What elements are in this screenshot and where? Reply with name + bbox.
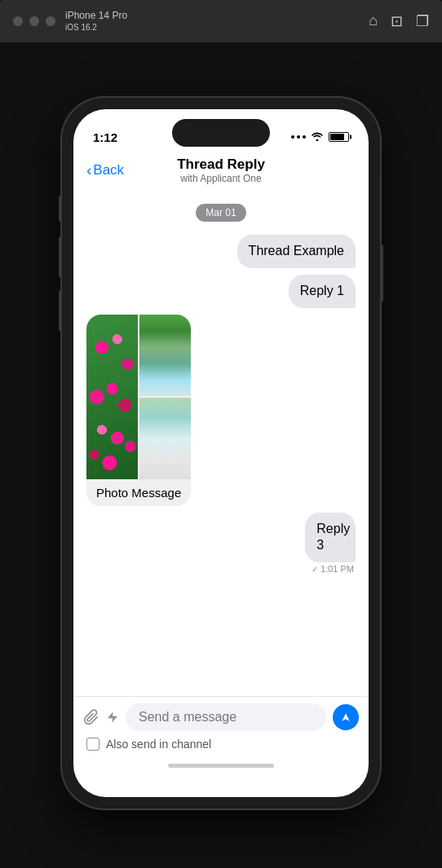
volume-down-button	[59, 290, 62, 331]
waterfall-bottom-photo	[139, 398, 191, 479]
lightning-button[interactable]	[106, 709, 119, 725]
battery-fill	[330, 134, 344, 140]
battery-icon	[329, 132, 349, 142]
send-button[interactable]	[333, 704, 359, 730]
table-row: Photo Message	[86, 315, 356, 506]
waterfall-top-photo	[139, 315, 191, 396]
phone-screen: 1:12	[73, 109, 369, 797]
nav-subtitle: with Applicant One	[177, 173, 265, 184]
read-receipt-icon: ✓	[312, 565, 318, 574]
flower-detail	[86, 315, 138, 479]
simulator-title: iPhone 14 Pro iOS 16.2	[65, 10, 127, 33]
phone-outer: 1:12	[62, 98, 380, 809]
input-bar: Also send in channel	[73, 696, 369, 757]
table-row: Reply 1	[86, 275, 356, 308]
message-bubble-reply1: Reply 1	[289, 275, 356, 308]
nav-title: Thread Reply	[177, 156, 265, 173]
power-button	[380, 245, 383, 302]
table-row: Reply 3 ✓ 1:01 PM	[86, 513, 356, 575]
also-send-label: Also send in channel	[106, 738, 211, 751]
reply3-container: Reply 3 ✓ 1:01 PM	[289, 513, 356, 575]
also-send-checkbox[interactable]	[86, 738, 99, 751]
home-bar	[168, 764, 274, 768]
attachment-button[interactable]	[83, 709, 99, 725]
table-row: Thread Example	[86, 235, 356, 268]
message-timestamp: ✓ 1:01 PM	[312, 564, 356, 574]
photo-message-bubble: Photo Message	[86, 315, 191, 506]
photo-message-label: Photo Message	[86, 479, 191, 506]
flowers-photo	[86, 315, 138, 479]
back-label: Back	[93, 162, 124, 178]
volume-up-button	[59, 236, 62, 277]
back-chevron-icon: ‹	[86, 161, 91, 179]
dynamic-island	[172, 119, 270, 147]
phone-body: 1:12	[62, 49, 380, 809]
wifi-icon	[311, 131, 324, 143]
photo-grid	[86, 315, 191, 479]
signal-dot-2	[297, 135, 300, 139]
nav-title-area: Thread Reply with Applicant One	[177, 156, 265, 184]
sim-dot-yellow	[29, 16, 39, 26]
camera-sim-icon: ⊡	[391, 12, 403, 30]
also-send-row: Also send in channel	[83, 738, 359, 751]
signal-dot-1	[291, 135, 294, 139]
home-sim-icon: ⌂	[369, 12, 378, 30]
share-sim-icon: ❐	[416, 12, 429, 30]
signal-dot-3	[303, 135, 306, 139]
message-bubble-reply3: Reply 3	[305, 513, 356, 563]
messages-area: Mar 01 Thread Example Reply 1	[73, 191, 369, 696]
sim-dot-green	[46, 16, 55, 26]
simulator-bar: iPhone 14 Pro iOS 16.2 ⌂ ⊡ ❐	[0, 0, 442, 42]
back-button[interactable]: ‹ Back	[86, 161, 124, 179]
status-time: 1:12	[93, 130, 117, 144]
input-row	[83, 703, 359, 731]
signal-dots	[291, 135, 306, 139]
home-indicator	[73, 757, 369, 771]
message-input[interactable]	[126, 703, 326, 731]
simulator-icons: ⌂ ⊡ ❐	[369, 12, 429, 30]
date-badge-text: Mar 01	[196, 204, 245, 222]
nav-bar: ‹ Back Thread Reply with Applicant One	[73, 153, 369, 191]
mute-button	[59, 196, 62, 222]
date-badge: Mar 01	[86, 204, 356, 222]
sim-dot-red	[13, 16, 23, 26]
message-bubble-thread-example: Thread Example	[237, 235, 356, 268]
status-icons	[291, 131, 349, 143]
simulator-wrapper: iPhone 14 Pro iOS 16.2 ⌂ ⊡ ❐ 1:12	[0, 0, 442, 868]
